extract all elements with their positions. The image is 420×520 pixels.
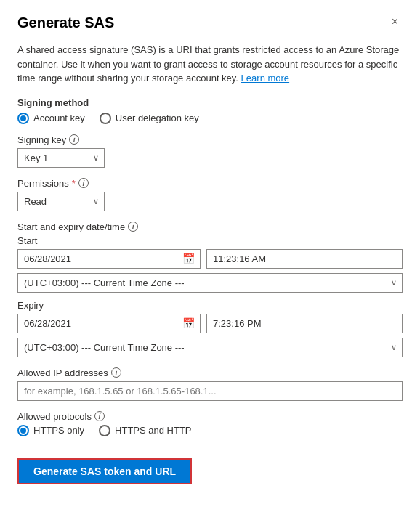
close-button[interactable]: × [387,15,403,29]
expiry-date-wrapper: 📅 [17,314,201,333]
expiry-datetime-row: 📅 [17,314,403,333]
allowed-ip-label-row: Allowed IP addresses i [17,367,403,378]
start-date-wrapper: 📅 [17,249,201,269]
allowed-protocols-label-row: Allowed protocols i [17,411,403,422]
allowed-protocols-info-icon: i [94,411,105,421]
start-date-input[interactable] [17,249,201,269]
generate-sas-dialog: Generate SAS × A shared access signature… [0,0,420,520]
permissions-required: * [72,178,76,189]
signing-method-group: Signing method Account key User delegati… [17,97,403,124]
https-only-radio[interactable] [17,425,29,436]
start-label: Start [17,235,403,246]
permissions-info-icon: i [78,178,89,188]
expiry-date-input[interactable] [17,314,201,333]
learn-more-link[interactable]: Learn more [241,73,289,84]
permissions-select[interactable]: Read Write Delete List [17,192,105,211]
expiry-timezone-wrapper: (UTC+03:00) --- Current Time Zone --- ∨ [17,338,403,357]
signing-key-select[interactable]: Key 1 Key 2 [17,148,105,168]
expiry-time-input[interactable] [206,314,403,333]
allowed-ip-info-icon: i [111,367,121,378]
start-expiry-label-row: Start and expiry date/time i [17,222,403,232]
allowed-protocols-group: Allowed protocols i HTTPS only HTTPS and… [17,411,403,436]
https-http-label: HTTPS and HTTP [115,425,191,436]
start-datetime-row: 📅 [17,249,403,269]
allowed-ip-label: Allowed IP addresses [17,367,108,378]
signing-method-label: Signing method [17,97,403,108]
signing-key-group: Signing key i Key 1 Key 2 ∨ [17,134,403,168]
account-key-radio[interactable] [17,113,29,124]
start-timezone-wrapper: (UTC+03:00) --- Current Time Zone --- ∨ [17,273,403,293]
allowed-ip-input[interactable] [17,381,403,401]
start-expiry-group: Start and expiry date/time i Start 📅 (UT… [17,222,403,357]
signing-key-info-icon: i [69,134,79,145]
account-key-label: Account key [33,113,85,123]
user-delegation-key-radio[interactable] [100,113,111,124]
https-only-option[interactable]: HTTPS only [17,425,84,436]
account-key-option[interactable]: Account key [17,113,85,124]
user-delegation-key-label: User delegation key [116,113,199,123]
signing-key-label: Signing key [17,134,66,145]
signing-method-radio-group: Account key User delegation key [17,113,403,124]
permissions-group: Permissions * i Read Write Delete List ∨ [17,178,403,211]
https-only-label: HTTPS only [33,425,84,436]
start-timezone-select[interactable]: (UTC+03:00) --- Current Time Zone --- [17,273,403,293]
dialog-header: Generate SAS × [17,15,403,31]
signing-key-label-row: Signing key i [17,134,403,145]
protocols-radio-group: HTTPS only HTTPS and HTTP [17,425,403,436]
expiry-label: Expiry [17,300,403,311]
expiry-timezone-select[interactable]: (UTC+03:00) --- Current Time Zone --- [17,338,403,357]
dialog-title: Generate SAS [17,15,114,31]
allowed-ip-group: Allowed IP addresses i [17,367,403,401]
start-expiry-label: Start and expiry date/time [17,222,125,232]
signing-key-select-wrapper: Key 1 Key 2 ∨ [17,148,105,168]
start-expiry-info-icon: i [128,222,138,232]
https-http-option[interactable]: HTTPS and HTTP [99,425,191,436]
permissions-label: Permissions [17,178,69,189]
generate-sas-button[interactable]: Generate SAS token and URL [17,458,192,484]
allowed-protocols-label: Allowed protocols [17,411,92,422]
https-http-radio[interactable] [99,425,110,436]
start-time-input[interactable] [206,249,403,269]
user-delegation-key-option[interactable]: User delegation key [100,113,199,124]
description-text: A shared access signature (SAS) is a URI… [17,43,403,86]
permissions-label-row: Permissions * i [17,178,403,189]
permissions-select-wrapper: Read Write Delete List ∨ [17,192,105,211]
